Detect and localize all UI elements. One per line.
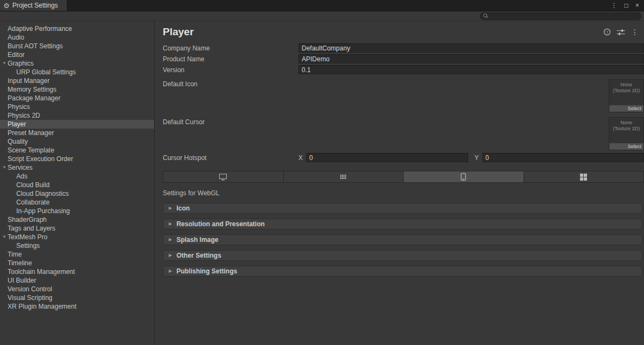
sidebar-item-timeline[interactable]: Timeline xyxy=(0,259,154,267)
foldout-label: Publishing Settings xyxy=(176,267,237,275)
cursor-hotspot-label: Cursor Hotspot xyxy=(163,154,298,162)
sidebar-item-package-manager[interactable]: Package Manager xyxy=(0,94,154,103)
sidebar-item-xr-plugin-management[interactable]: XR Plugin Management xyxy=(0,302,154,311)
default-icon-none-label: None (Texture 2D) xyxy=(609,80,643,94)
foldout-icon[interactable]: ▶ Icon xyxy=(163,203,642,214)
sidebar-item-label: Package Manager xyxy=(8,94,60,102)
sidebar-item-tags-and-layers[interactable]: Tags and Layers xyxy=(0,224,154,233)
sidebar-item-physics-2d[interactable]: Physics 2D xyxy=(0,111,154,120)
sidebar-item-label: ShaderGraph xyxy=(8,216,47,223)
settings-for-label: Settings for WebGL xyxy=(163,189,644,198)
sidebar: Adaptive Performance Audio Burst AOT Set… xyxy=(0,21,155,345)
sidebar-item-in-app-purchasing[interactable]: In-App Purchasing xyxy=(0,207,154,215)
foldout-list: ▶ Icon ▶ Resolution and Presentation ▶ S… xyxy=(163,203,644,277)
search-input[interactable] xyxy=(491,13,637,20)
sidebar-item-graphics[interactable]: ▼ Graphics xyxy=(0,59,154,68)
sidebar-item-toolchain-management[interactable]: Toolchain Management xyxy=(0,267,154,276)
sidebar-item-adaptive-performance[interactable]: Adaptive Performance xyxy=(0,24,154,33)
platform-tab-dedicated-server[interactable] xyxy=(284,171,404,182)
default-cursor-picker[interactable]: None (Texture 2D) Select xyxy=(609,117,644,150)
sidebar-item-editor[interactable]: Editor xyxy=(0,50,154,59)
sidebar-item-visual-scripting[interactable]: Visual Scripting xyxy=(0,293,154,302)
monitor-icon xyxy=(219,174,227,181)
sidebar-item-settings[interactable]: Settings xyxy=(0,241,154,250)
sidebar-item-version-control[interactable]: Version Control xyxy=(0,285,154,293)
foldout-other-settings[interactable]: ▶ Other Settings xyxy=(163,250,642,261)
version-input[interactable] xyxy=(298,65,644,74)
sidebar-item-shadergraph[interactable]: ShaderGraph xyxy=(0,215,154,224)
sidebar-item-label: Physics xyxy=(8,103,30,111)
sidebar-item-label: Audio xyxy=(8,34,24,41)
header-icons: ? ⋮ xyxy=(603,28,639,36)
sidebar-item-label: URP Global Settings xyxy=(16,68,76,76)
expanded-arrow-icon[interactable]: ▼ xyxy=(2,233,7,241)
sidebar-item-textmesh-pro[interactable]: ▼ TextMesh Pro xyxy=(0,233,154,241)
platform-tab-webgl[interactable] xyxy=(404,171,524,182)
foldout-resolution-and-presentation[interactable]: ▶ Resolution and Presentation xyxy=(163,219,642,229)
default-icon-label: Default Icon xyxy=(163,79,609,88)
foldout-label: Resolution and Presentation xyxy=(176,220,265,228)
sidebar-item-time[interactable]: Time xyxy=(0,250,154,259)
company-name-row: Company Name xyxy=(163,43,644,53)
sidebar-item-urp-global-settings[interactable]: URP Global Settings xyxy=(0,68,154,76)
hotspot-x-input[interactable] xyxy=(306,153,468,162)
expanded-arrow-icon[interactable]: ▼ xyxy=(2,163,7,172)
texture-none-text: None xyxy=(609,82,643,88)
context-menu-icon[interactable]: ⋮ xyxy=(631,28,639,36)
sidebar-item-preset-manager[interactable]: Preset Manager xyxy=(0,129,154,137)
sidebar-item-label: Settings xyxy=(16,242,40,250)
expanded-arrow-icon[interactable]: ▼ xyxy=(2,59,7,68)
sidebar-item-audio[interactable]: Audio xyxy=(0,33,154,42)
window-maximize-icon[interactable]: □ xyxy=(624,2,628,9)
sidebar-item-quality[interactable]: Quality xyxy=(0,137,154,146)
default-cursor-select-button[interactable]: Select xyxy=(609,143,643,150)
platform-tabs xyxy=(163,171,644,183)
sidebar-item-scene-template[interactable]: Scene Template xyxy=(0,146,154,155)
sidebar-item-input-manager[interactable]: Input Manager xyxy=(0,76,154,85)
sidebar-item-cloud-diagnostics[interactable]: Cloud Diagnostics xyxy=(0,189,154,198)
company-name-label: Company Name xyxy=(163,44,298,52)
sidebar-item-label: Timeline xyxy=(8,259,32,267)
main-panel: Player ? ⋮ Compa xyxy=(155,21,644,345)
sidebar-item-label: Cloud Diagnostics xyxy=(16,190,69,197)
sidebar-item-services[interactable]: ▼ Services xyxy=(0,163,154,172)
window-tab[interactable]: ⚙ Project Settings xyxy=(0,0,67,11)
help-icon[interactable]: ? xyxy=(603,28,611,36)
company-name-input[interactable] xyxy=(298,43,644,53)
sidebar-item-collaborate[interactable]: Collaborate xyxy=(0,198,154,207)
foldout-splash-image[interactable]: ▶ Splash Image xyxy=(163,234,642,245)
presets-icon[interactable] xyxy=(617,29,625,36)
window-close-icon[interactable]: × xyxy=(635,2,639,9)
foldout-arrow-icon: ▶ xyxy=(169,238,172,242)
foldout-publishing-settings[interactable]: ▶ Publishing Settings xyxy=(163,266,642,277)
toolbar xyxy=(0,11,644,21)
sidebar-item-label: Memory Settings xyxy=(8,86,56,93)
sidebar-item-cloud-build[interactable]: Cloud Build xyxy=(0,181,154,189)
foldout-arrow-icon: ▶ xyxy=(169,222,172,226)
window-menu-icon[interactable]: ⋮ xyxy=(611,2,617,9)
windows-icon xyxy=(580,174,587,181)
grid-icon xyxy=(340,174,347,180)
sidebar-item-script-execution-order[interactable]: Script Execution Order xyxy=(0,155,154,163)
product-name-input[interactable] xyxy=(298,54,644,63)
sidebar-item-label: Services xyxy=(8,164,33,171)
sidebar-item-physics[interactable]: Physics xyxy=(0,103,154,111)
window-title: Project Settings xyxy=(12,2,58,9)
sidebar-item-player[interactable]: Player xyxy=(0,120,154,129)
sidebar-item-memory-settings[interactable]: Memory Settings xyxy=(0,85,154,94)
platform-tab-windows-store[interactable] xyxy=(524,171,644,182)
sidebar-item-ads[interactable]: Ads xyxy=(0,172,154,181)
platform-tab-standalone[interactable] xyxy=(163,171,284,182)
hotspot-y-input[interactable] xyxy=(482,153,644,162)
default-cursor-none-label: None (Texture 2D) xyxy=(609,118,643,132)
search-box[interactable] xyxy=(480,12,641,20)
default-icon-select-button[interactable]: Select xyxy=(609,105,643,112)
sidebar-item-ui-builder[interactable]: UI Builder xyxy=(0,276,154,285)
hotspot-y-label: Y xyxy=(475,154,480,162)
sidebar-item-label: Collaborate xyxy=(16,199,49,206)
sidebar-item-label: Version Control xyxy=(8,285,52,293)
sidebar-item-burst-aot-settings[interactable]: Burst AOT Settings xyxy=(0,42,154,50)
sidebar-item-label: Time xyxy=(8,251,22,258)
sidebar-item-label: Editor xyxy=(8,51,24,59)
default-icon-picker[interactable]: None (Texture 2D) Select xyxy=(609,79,644,112)
